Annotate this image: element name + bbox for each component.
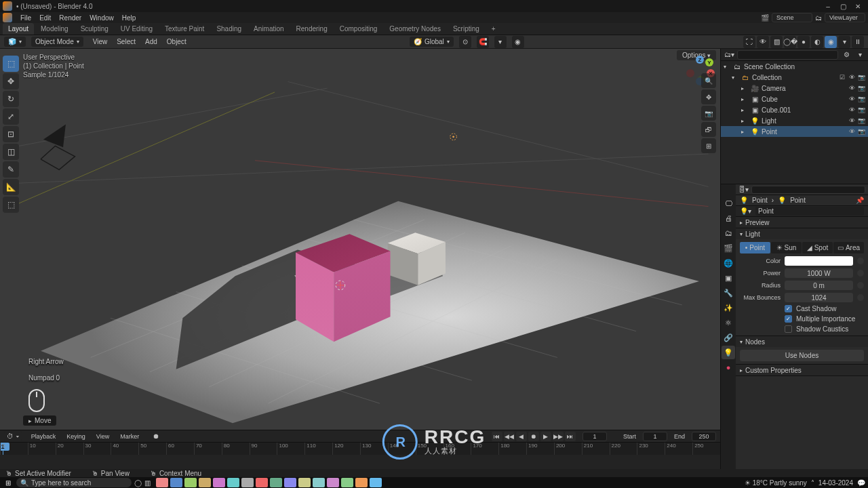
shading-rendered[interactable]: ◉ <box>825 36 837 48</box>
viewport-canvas[interactable] <box>0 49 720 430</box>
editor-type-dropdown[interactable]: 🧊▾ <box>4 37 26 47</box>
current-frame-field[interactable]: 1 <box>583 432 607 441</box>
tool-button-8[interactable]: ⬚ <box>3 197 19 213</box>
timeline-editor-type-dropdown[interactable]: ⏱ ▾ <box>4 431 22 441</box>
hide-render-toggle[interactable]: 📷 <box>857 106 865 113</box>
taskbar-app-10[interactable] <box>298 478 311 487</box>
taskbar-app-4[interactable] <box>213 478 225 487</box>
prop-tab-constraints[interactable]: 🔗 <box>722 331 735 344</box>
pivot-dropdown[interactable]: ⊙ <box>459 36 471 48</box>
max-bounces-field[interactable]: 1024 <box>785 293 853 302</box>
color-keyframe-button[interactable] <box>857 258 864 264</box>
region-toggle[interactable]: ⊞ <box>701 138 716 153</box>
hide-render-toggle[interactable]: 📷 <box>857 85 865 92</box>
weather-widget[interactable]: ☀ 18°C Partly sunny <box>745 479 807 487</box>
shading-solid[interactable]: ● <box>797 36 810 48</box>
taskbar-app-11[interactable] <box>313 478 325 487</box>
menu-help[interactable]: Help <box>118 13 140 23</box>
taskbar-app-0[interactable] <box>156 478 168 487</box>
menu-window[interactable]: Window <box>85 13 118 23</box>
outliner-item-cube[interactable]: ▸▣Cube👁📷 <box>721 94 868 104</box>
last-operator-panel[interactable]: ▸Move <box>23 415 56 426</box>
menu-file[interactable]: File <box>16 13 35 23</box>
prop-tab-physics[interactable]: ⚛ <box>722 316 735 329</box>
prop-tab-world[interactable]: 🌐 <box>722 256 735 270</box>
properties-editor[interactable]: 🖵 🖨 🗂 🎬 🌐 ▣ 🔧 ✨ ⚛ 🔗 💡 ● 🗄▾ 💡Po <box>721 184 868 469</box>
gizmo-neg-x-axis[interactable] <box>686 69 694 77</box>
workspace-tab-shading[interactable]: Shading <box>211 23 247 35</box>
outliner-editor-type-dropdown[interactable]: 🗂▾ <box>724 50 734 60</box>
collection-hide-toggle[interactable]: 👁 <box>848 74 856 81</box>
hide-viewport-toggle[interactable]: 👁 <box>848 106 856 113</box>
outliner-item-light[interactable]: ▸💡Light👁📷 <box>721 115 868 126</box>
auto-key-toggle[interactable]: ⏺ <box>153 432 159 440</box>
cortana-icon[interactable]: ◯ <box>134 479 142 487</box>
taskbar-app-9[interactable] <box>284 478 296 487</box>
timeline-menu-playback[interactable]: Playback <box>28 432 59 441</box>
start-button[interactable]: ⊞ <box>3 478 14 487</box>
hide-viewport-toggle[interactable]: 👁 <box>848 128 856 135</box>
transport-play[interactable]: ▶ <box>540 432 551 441</box>
gizmo-toggle[interactable]: ⛶ <box>743 36 755 48</box>
taskbar-app-14[interactable] <box>355 478 368 487</box>
hide-render-toggle[interactable]: 📷 <box>857 96 865 102</box>
outliner-item-point[interactable]: ▸💡Point👁📷 <box>721 126 868 137</box>
taskbar-app-2[interactable] <box>184 478 197 487</box>
task-view-icon[interactable]: ▥ <box>144 479 151 487</box>
timeline-menu-marker[interactable]: Marker <box>117 432 142 441</box>
light-type-area[interactable]: ▭Area <box>833 242 864 253</box>
outliner-filter-button[interactable]: ⚙ <box>841 50 852 60</box>
tool-button-1[interactable]: ✥ <box>3 73 19 89</box>
taskbar-app-5[interactable] <box>227 478 239 487</box>
gizmo-z-axis[interactable]: Z <box>696 56 704 64</box>
pause-icon[interactable]: ⏸ <box>852 36 864 48</box>
tool-button-0[interactable]: ⬚ <box>3 56 19 72</box>
transport-jump-end[interactable]: ⏭ <box>565 432 576 441</box>
hide-render-toggle[interactable]: 📷 <box>857 128 865 135</box>
menu-edit[interactable]: Edit <box>35 13 55 23</box>
gizmo-y-axis[interactable]: Y <box>705 58 713 66</box>
light-color-swatch[interactable] <box>785 256 853 266</box>
date-time[interactable]: 14-03-2024 <box>818 479 853 487</box>
workspace-tab-scripting[interactable]: Scripting <box>448 23 485 35</box>
prop-tab-render[interactable]: 🖵 <box>722 197 735 210</box>
radius-keyframe-button[interactable] <box>857 282 864 289</box>
taskbar-search-input[interactable]: 🔍 Type here to search <box>16 478 132 487</box>
taskbar-app-7[interactable] <box>256 478 268 487</box>
snap-toggle[interactable]: 🧲 <box>477 36 489 48</box>
taskbar-app-1[interactable] <box>170 478 182 487</box>
taskbar-app-13[interactable] <box>341 478 353 487</box>
multiple-importance-checkbox[interactable]: ✓ <box>785 315 792 323</box>
properties-search-input[interactable] <box>751 186 865 194</box>
overlay-toggle[interactable]: 👁 <box>757 36 769 48</box>
prop-tab-object[interactable]: ▣ <box>722 271 735 285</box>
light-power-field[interactable]: 1000 W <box>785 268 853 278</box>
hide-viewport-toggle[interactable]: 👁 <box>848 96 856 102</box>
transport-keyframe-prev[interactable]: ◀◀ <box>504 432 515 441</box>
shadow-caustics-checkbox[interactable] <box>785 325 792 333</box>
properties-pin-toggle[interactable]: 📌 <box>856 197 864 204</box>
tool-button-5[interactable]: ◫ <box>3 144 19 160</box>
workspace-tab-uv-editing[interactable]: UV Editing <box>115 23 158 35</box>
properties-editor-type-dropdown[interactable]: 🗄▾ <box>738 186 749 193</box>
outliner-scene-collection[interactable]: ▾🗂Scene Collection <box>721 61 868 72</box>
outliner-editor[interactable]: 🗂▾ ⚙ ▾ ▾🗂Scene Collection▾🗀Collection☑👁📷… <box>721 49 868 184</box>
workspace-tab-geometry-nodes[interactable]: Geometry Nodes <box>384 23 446 35</box>
transport-record[interactable]: ⏺ <box>528 432 539 441</box>
header-menu-view[interactable]: View <box>89 37 112 47</box>
light-type-sun[interactable]: ☀Sun <box>771 242 802 253</box>
prop-tab-viewlayer[interactable]: 🗂 <box>722 226 735 240</box>
transport-jump-start[interactable]: ⏮ <box>492 432 502 441</box>
taskbar-app-3[interactable] <box>199 478 211 487</box>
pan-button[interactable]: ✥ <box>701 89 716 104</box>
camera-view-button[interactable]: 📷 <box>701 106 716 121</box>
orientation-dropdown[interactable]: 🧭Global▾ <box>410 37 454 47</box>
taskbar-app-12[interactable] <box>327 478 339 487</box>
tool-button-2[interactable]: ↻ <box>3 91 19 107</box>
timeline-menu-view[interactable]: View <box>94 432 112 441</box>
cast-shadow-checkbox[interactable]: ✓ <box>785 305 792 312</box>
light-type-point[interactable]: •Point <box>740 242 770 253</box>
outliner-item-cube-001[interactable]: ▸▣Cube.001👁📷 <box>721 104 868 115</box>
transport-play-reverse[interactable]: ◀ <box>516 432 527 441</box>
section-nodes-toggle[interactable]: ▾Nodes <box>736 336 868 347</box>
